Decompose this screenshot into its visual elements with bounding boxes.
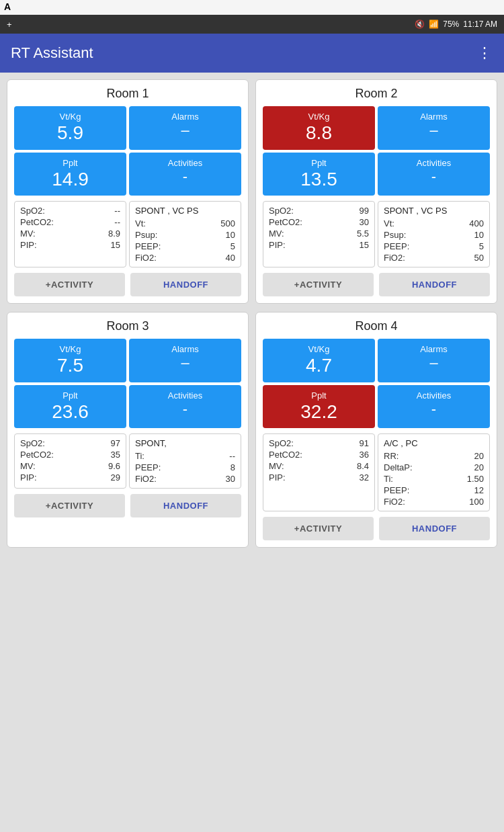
room4-activities-label: Activities	[384, 390, 483, 401]
room1-activities-label: Activities	[136, 158, 235, 168]
room4-alarms-label: Alarms	[384, 344, 483, 354]
room1-details: SpO2:-- PetCO2:-- MV:8.9 PIP:15 SPONT , …	[14, 201, 241, 267]
room3-activities-tile[interactable]: Activities -	[129, 385, 241, 429]
room4-alarms-value: –	[384, 354, 483, 372]
app-title: RT Assistant	[11, 44, 93, 62]
wifi-icon: 📶	[429, 19, 439, 29]
room1-alarms-label: Alarms	[136, 112, 235, 122]
room1-pplt-tile[interactable]: Pplt 14.9	[14, 153, 126, 196]
room4-vtkg-label: Vt/Kg	[269, 344, 368, 354]
room4-vitals-box: SpO2:91 PetCO2:36 MV:8.4 PIP:32	[263, 433, 375, 511]
room3-activities-label: Activities	[136, 390, 235, 401]
room4-activity-button[interactable]: +ACTIVITY	[263, 517, 374, 540]
room2-pplt-label: Pplt	[269, 158, 368, 168]
room2-vitals-box: SpO2:99 PetCO2:30 MV:5.5 PIP:15	[263, 201, 375, 267]
status-bar-right: 🔇 📶 75% 11:17 AM	[415, 19, 497, 29]
room2-vtkg-label: Vt/Kg	[269, 112, 368, 122]
room-card-2: Room 2 Vt/Kg 8.8 Alarms – Pplt 13.5 Acti…	[255, 79, 497, 304]
room4-handoff-button[interactable]: HANDOFF	[379, 517, 490, 540]
room-card-1: Room 1 Vt/Kg 5.9 Alarms – Pplt 14.9 Acti…	[7, 79, 249, 304]
room-card-4: Room 4 Vt/Kg 4.7 Alarms – Pplt 32.2 Acti…	[255, 312, 497, 548]
room2-activities-tile[interactable]: Activities -	[378, 153, 490, 196]
battery-level: 75%	[443, 19, 459, 29]
room2-vtkg-value: 8.8	[269, 122, 368, 144]
room2-vent-box: SPONT , VC PS Vt:400 Psup:10 PEEP:5 FiO2…	[378, 201, 490, 267]
app-bar: RT Assistant ⋮	[0, 34, 504, 73]
room2-vtkg-tile[interactable]: Vt/Kg 8.8	[263, 106, 375, 150]
room3-handoff-button[interactable]: HANDOFF	[130, 494, 241, 517]
room4-metrics: Vt/Kg 4.7 Alarms – Pplt 32.2 Activities …	[263, 339, 490, 428]
room2-activities-value: -	[384, 168, 483, 185]
room4-vtkg-value: 4.7	[269, 354, 368, 377]
room3-vtkg-value: 7.5	[21, 354, 120, 377]
room3-title: Room 3	[14, 319, 241, 333]
room4-activities-value: -	[384, 401, 483, 418]
mute-icon: 🔇	[415, 19, 425, 29]
rooms-row-1: Room 1 Vt/Kg 5.9 Alarms – Pplt 14.9 Acti…	[7, 79, 497, 304]
room1-handoff-button[interactable]: HANDOFF	[130, 273, 241, 296]
room1-activities-value: -	[136, 168, 235, 185]
room4-vtkg-tile[interactable]: Vt/Kg 4.7	[263, 339, 375, 382]
room1-activity-button[interactable]: +ACTIVITY	[14, 273, 125, 296]
room4-details: SpO2:91 PetCO2:36 MV:8.4 PIP:32 A/C , PC…	[263, 433, 490, 511]
room3-pplt-label: Pplt	[21, 390, 120, 401]
room3-details: SpO2:97 PetCO2:35 MV:9.6 PIP:29 SPONT, T…	[14, 433, 241, 489]
room2-activity-button[interactable]: +ACTIVITY	[263, 273, 374, 296]
room2-pplt-value: 13.5	[269, 168, 368, 191]
room3-metrics: Vt/Kg 7.5 Alarms – Pplt 23.6 Activities …	[14, 339, 241, 428]
room2-details: SpO2:99 PetCO2:30 MV:5.5 PIP:15 SPONT , …	[263, 201, 490, 267]
room4-pplt-tile[interactable]: Pplt 32.2	[263, 385, 375, 429]
room2-handoff-button[interactable]: HANDOFF	[379, 273, 490, 296]
room3-vtkg-tile[interactable]: Vt/Kg 7.5	[14, 339, 126, 382]
room4-pplt-value: 32.2	[269, 401, 368, 423]
room1-alarms-tile[interactable]: Alarms –	[129, 106, 241, 150]
room3-vitals-box: SpO2:97 PetCO2:35 MV:9.6 PIP:29	[14, 433, 126, 489]
room1-alarms-value: –	[136, 122, 235, 139]
room4-actions: +ACTIVITY HANDOFF	[263, 517, 490, 540]
label-a: A	[4, 1, 11, 12]
room3-actions: +ACTIVITY HANDOFF	[14, 494, 241, 517]
room1-metrics: Vt/Kg 5.9 Alarms – Pplt 14.9 Activities …	[14, 106, 241, 196]
room2-activities-label: Activities	[384, 158, 483, 168]
main-content: Room 1 Vt/Kg 5.9 Alarms – Pplt 14.9 Acti…	[0, 73, 504, 554]
room2-alarms-value: –	[384, 122, 483, 139]
room3-activity-button[interactable]: +ACTIVITY	[14, 494, 125, 517]
room2-metrics: Vt/Kg 8.8 Alarms – Pplt 13.5 Activities …	[263, 106, 490, 196]
room4-vent-box: A/C , PC RR:20 DeltaP:20 Ti:1.50 PEEP:12…	[378, 433, 490, 511]
room2-title: Room 2	[263, 87, 490, 101]
room3-alarms-label: Alarms	[136, 344, 235, 354]
room3-pplt-tile[interactable]: Pplt 23.6	[14, 385, 126, 429]
room4-activities-tile[interactable]: Activities -	[378, 385, 490, 429]
room1-pplt-value: 14.9	[21, 168, 120, 191]
room1-vent-box: SPONT , VC PS Vt:500 Psup:10 PEEP:5 FiO2…	[129, 201, 241, 267]
room2-alarms-label: Alarms	[384, 112, 483, 122]
room1-vtkg-tile[interactable]: Vt/Kg 5.9	[14, 106, 126, 150]
room1-vtkg-value: 5.9	[21, 122, 120, 144]
room1-actions: +ACTIVITY HANDOFF	[14, 273, 241, 296]
room-card-3: Room 3 Vt/Kg 7.5 Alarms – Pplt 23.6 Acti…	[7, 312, 249, 548]
status-bar: + 🔇 📶 75% 11:17 AM	[0, 15, 504, 34]
room1-vitals-box: SpO2:-- PetCO2:-- MV:8.9 PIP:15	[14, 201, 126, 267]
status-bar-left: +	[7, 19, 12, 30]
room1-activities-tile[interactable]: Activities -	[129, 153, 241, 196]
room2-actions: +ACTIVITY HANDOFF	[263, 273, 490, 296]
room1-pplt-label: Pplt	[21, 158, 120, 168]
room4-pplt-label: Pplt	[269, 390, 368, 401]
clock: 11:17 AM	[463, 19, 497, 29]
room1-vtkg-label: Vt/Kg	[21, 112, 120, 122]
menu-button[interactable]: ⋮	[477, 44, 493, 62]
room4-alarms-tile[interactable]: Alarms –	[378, 339, 490, 382]
room1-title: Room 1	[14, 87, 241, 101]
room3-alarms-value: –	[136, 354, 235, 372]
room3-pplt-value: 23.6	[21, 401, 120, 423]
room3-activities-value: -	[136, 401, 235, 418]
room3-vtkg-label: Vt/Kg	[21, 344, 120, 354]
room3-vent-box: SPONT, Ti:-- PEEP:8 FiO2:30	[129, 433, 241, 489]
room3-alarms-tile[interactable]: Alarms –	[129, 339, 241, 382]
rooms-row-2: Room 3 Vt/Kg 7.5 Alarms – Pplt 23.6 Acti…	[7, 312, 497, 548]
room2-alarms-tile[interactable]: Alarms –	[378, 106, 490, 150]
room2-pplt-tile[interactable]: Pplt 13.5	[263, 153, 375, 196]
room4-title: Room 4	[263, 319, 490, 333]
